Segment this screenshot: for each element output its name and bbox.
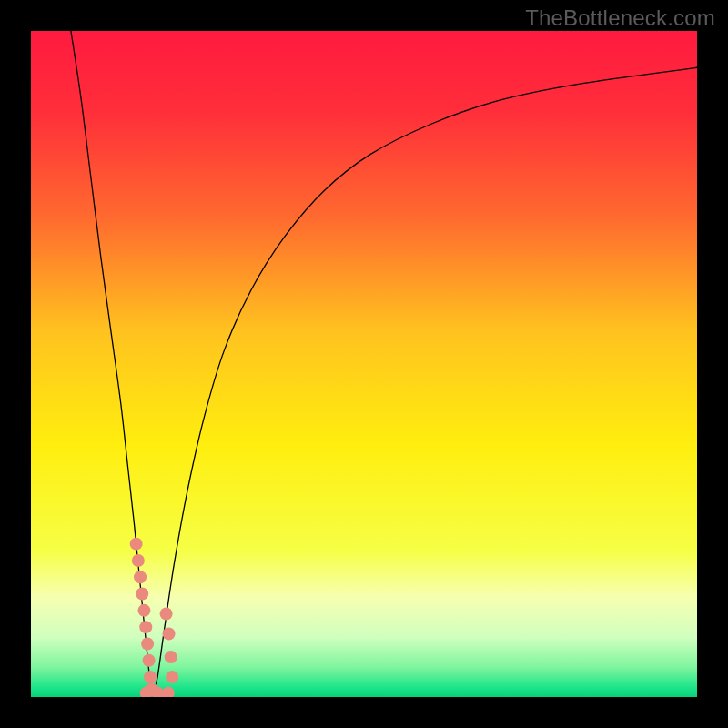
watermark-text: TheBottleneck.com	[525, 5, 715, 31]
chart-canvas	[31, 31, 697, 697]
marker-markers-right-cluster	[165, 651, 177, 663]
marker-markers-left-cluster	[137, 604, 150, 617]
marker-markers-left-cluster	[139, 621, 152, 633]
plot-area	[31, 31, 697, 697]
marker-markers-left-cluster	[130, 538, 143, 551]
chart-background	[31, 31, 697, 697]
marker-markers-right-cluster	[166, 671, 178, 683]
chart-frame: TheBottleneck.com	[0, 0, 728, 728]
marker-markers-right-cluster	[160, 608, 173, 621]
marker-markers-left-cluster	[134, 571, 147, 583]
marker-markers-left-cluster	[144, 671, 157, 683]
marker-markers-left-cluster	[136, 588, 148, 601]
marker-markers-right-cluster	[163, 627, 176, 640]
marker-markers-left-cluster	[143, 654, 156, 667]
marker-markers-left-cluster	[141, 637, 154, 650]
marker-markers-left-cluster	[132, 554, 145, 567]
